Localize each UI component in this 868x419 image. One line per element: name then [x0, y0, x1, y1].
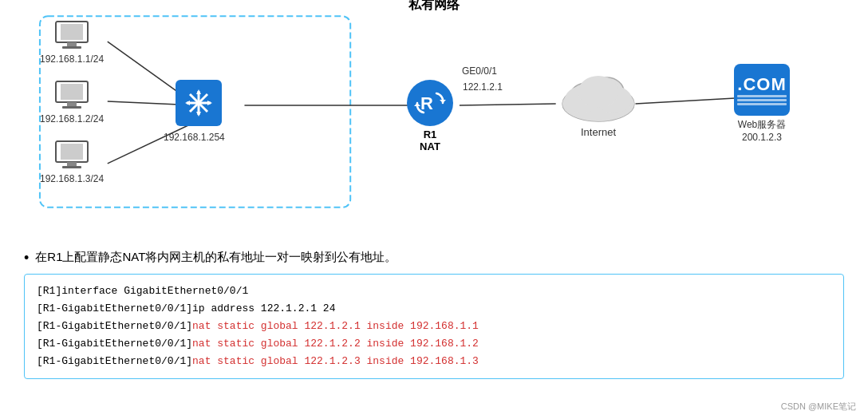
router-interface-label: GE0/0/1	[462, 65, 497, 77]
bullet-text: 在R1上配置静态NAT将内网主机的私有地址一对一映射到公有地址。	[35, 250, 397, 265]
pc2-icon	[53, 80, 91, 112]
switch-ip-label: 192.168.1.254	[164, 132, 225, 143]
svg-rect-8	[61, 24, 83, 40]
code-line-5: [R1-GigabitEthernet0/0/1]nat static glob…	[37, 353, 831, 370]
main-container: 私有网络 192.168.1.1/24 192.168.1.2/24	[0, 0, 868, 419]
svg-marker-28	[440, 100, 446, 103]
svg-rect-10	[62, 46, 81, 49]
code-line-2: [R1-GigabitEthernet0/0/1]ip address 122.…	[37, 300, 831, 318]
svg-line-5	[460, 104, 556, 105]
internet-label: Internet	[581, 126, 616, 138]
svg-rect-17	[67, 162, 77, 166]
svg-marker-26	[207, 101, 212, 105]
private-network-label: 私有网络	[402, 0, 466, 14]
svg-marker-23	[196, 89, 201, 94]
webserver-label: Web服务器 200.1.2.3	[738, 118, 786, 143]
svg-rect-9	[67, 42, 77, 46]
bullet-section: • 在R1上配置静态NAT将内网主机的私有地址一对一映射到公有地址。	[16, 250, 852, 267]
svg-rect-12	[61, 84, 83, 100]
pc3-icon	[53, 140, 91, 172]
svg-rect-13	[67, 102, 77, 106]
code-block: [R1]interface GigabitEthernet0/0/1 [R1-G…	[24, 274, 844, 379]
diagram-area: 私有网络 192.168.1.1/24 192.168.1.2/24	[16, 8, 852, 243]
switch-icon: 192.168.1.254	[176, 80, 222, 126]
code-red-1: nat static global 122.1.2.1 inside 192.1…	[192, 320, 479, 332]
code-line-3: [R1-GigabitEthernet0/0/1]nat static glob…	[37, 318, 831, 335]
pc3-label: 192.168.1.3/24	[40, 173, 104, 184]
code-line-1: [R1]interface GigabitEthernet0/0/1	[37, 283, 831, 300]
internet-icon: Internet	[558, 72, 638, 138]
svg-text:R: R	[420, 93, 433, 113]
switch-symbol	[183, 87, 215, 119]
bullet-dot: •	[24, 250, 29, 267]
router-symbol: R	[414, 87, 446, 119]
switch-box	[176, 80, 222, 126]
pc1-icon	[53, 20, 91, 52]
svg-rect-18	[62, 166, 81, 168]
webserver-icon: .COM Web服务器 200.1.2.3	[734, 64, 790, 143]
router-label: R1 NAT	[420, 128, 440, 152]
cloud-icon	[558, 72, 638, 124]
code-red-2: nat static global 122.1.2.2 inside 192.1…	[192, 338, 479, 350]
svg-rect-14	[62, 106, 81, 109]
router-icon: R R1 NAT GE0/0/1 122.1.2.1	[407, 80, 453, 152]
svg-line-6	[636, 98, 736, 104]
pc1-label: 192.168.1.1/24	[40, 53, 104, 65]
com-lines	[734, 95, 790, 105]
bullet-item: • 在R1上配置静态NAT将内网主机的私有地址一对一映射到公有地址。	[24, 250, 852, 267]
svg-rect-16	[61, 144, 83, 160]
computer-pc2: 192.168.1.2/24	[40, 80, 104, 125]
watermark: CSDN @MIKE笔记	[781, 401, 856, 413]
router-box: R	[407, 80, 453, 126]
router-ip-label: 122.1.2.1	[463, 81, 503, 93]
pc2-label: 192.168.1.2/24	[40, 113, 104, 125]
computer-pc1: 192.168.1.1/24	[40, 20, 104, 65]
computer-pc3: 192.168.1.3/24	[40, 140, 104, 184]
svg-marker-29	[414, 103, 420, 106]
code-red-3: nat static global 122.1.2.3 inside 192.1…	[192, 355, 479, 367]
svg-marker-24	[196, 112, 201, 117]
svg-marker-25	[185, 101, 190, 105]
svg-point-38	[578, 76, 618, 108]
webserver-box: .COM	[734, 64, 790, 116]
code-line-4: [R1-GigabitEthernet0/0/1]nat static glob…	[37, 335, 831, 353]
com-text: .COM	[737, 74, 786, 95]
